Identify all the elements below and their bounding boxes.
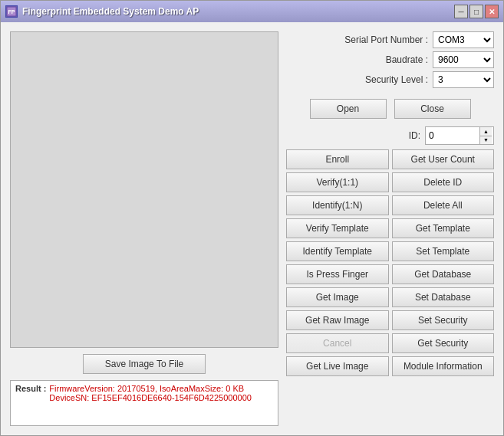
close-button[interactable]: Close [394, 99, 471, 119]
result-area: Result : FirmwareVersion: 20170519, IsoA… [10, 380, 278, 426]
identify-template-button[interactable]: Identify Template [286, 241, 389, 261]
module-information-button[interactable]: Module Information [392, 356, 495, 376]
main-window: FP Fingerprint Embedded System Demo AP ─… [0, 0, 504, 436]
identify-1toN-button[interactable]: Identify(1:N) [286, 195, 389, 215]
minimize-button[interactable]: ─ [454, 5, 468, 18]
serial-port-row: Serial Port Number : COM3 COM1 COM2 COM4… [286, 31, 494, 48]
window-controls: ─ □ ✕ [454, 5, 499, 18]
enroll-button[interactable]: Enroll [286, 149, 389, 169]
set-security-button[interactable]: Set Security [392, 310, 495, 330]
id-input[interactable] [426, 127, 479, 144]
verify-template-button[interactable]: Verify Template [286, 218, 389, 238]
id-label: ID: [409, 130, 420, 141]
result-line1: FirmwareVersion: 20170519, IsoAreaMaxSiz… [49, 384, 252, 393]
baudrate-row: Baudrate : 9600 19200 38400 57600 115200 [286, 51, 494, 68]
buttons-grid: Enroll Get User Count Verify(1:1) Delete… [286, 149, 494, 376]
get-database-button[interactable]: Get Database [392, 264, 495, 284]
app-icon: FP [5, 5, 18, 18]
left-panel: Save Image To File Result : FirmwareVers… [10, 31, 278, 426]
config-section: Serial Port Number : COM3 COM1 COM2 COM4… [286, 31, 494, 88]
window-title: Fingerprint Embedded System Demo AP [22, 6, 454, 17]
fingerprint-image-area [10, 31, 278, 348]
id-spin-up-button[interactable]: ▲ [480, 127, 492, 136]
result-label: Result : [15, 384, 46, 393]
baudrate-select[interactable]: 9600 19200 38400 57600 115200 [433, 51, 494, 68]
security-level-label: Security Level : [351, 74, 428, 85]
delete-id-button[interactable]: Delete ID [392, 172, 495, 192]
svg-text:FP: FP [8, 9, 15, 15]
get-image-button[interactable]: Get Image [286, 287, 389, 307]
id-row: ID: ▲ ▼ [286, 126, 494, 145]
serial-port-label: Serial Port Number : [344, 34, 428, 45]
open-close-row: Open Close [286, 99, 494, 119]
save-btn-area: Save Image To File [10, 354, 278, 374]
id-spin-down-button[interactable]: ▼ [480, 136, 492, 145]
get-template-button[interactable]: Get Template [392, 218, 495, 238]
title-bar: FP Fingerprint Embedded System Demo AP ─… [1, 1, 503, 22]
get-user-count-button[interactable]: Get User Count [392, 149, 495, 169]
get-raw-image-button[interactable]: Get Raw Image [286, 310, 389, 330]
open-button[interactable]: Open [310, 99, 387, 119]
result-content: FirmwareVersion: 20170519, IsoAreaMaxSiz… [49, 384, 252, 402]
verify-1to1-button[interactable]: Verify(1:1) [286, 172, 389, 192]
get-live-image-button[interactable]: Get Live Image [286, 356, 389, 376]
main-content: Save Image To File Result : FirmwareVers… [1, 22, 503, 435]
set-database-button[interactable]: Set Database [392, 287, 495, 307]
baudrate-label: Baudrate : [351, 54, 428, 65]
maximize-button[interactable]: □ [469, 5, 483, 18]
get-security-button[interactable]: Get Security [392, 333, 495, 353]
serial-port-select[interactable]: COM3 COM1 COM2 COM4 COM5 [433, 31, 494, 48]
security-level-select[interactable]: 1 2 3 4 5 [433, 71, 494, 88]
is-press-finger-button[interactable]: Is Press Finger [286, 264, 389, 284]
id-input-container: ▲ ▼ [425, 126, 494, 145]
result-row: Result : FirmwareVersion: 20170519, IsoA… [15, 384, 273, 402]
save-image-button[interactable]: Save Image To File [83, 354, 206, 374]
right-panel: Serial Port Number : COM3 COM1 COM2 COM4… [286, 31, 494, 426]
window-close-button[interactable]: ✕ [485, 5, 499, 18]
result-line2: DeviceSN: EF15EF4016DE6640-154F6D4225000… [49, 393, 252, 402]
cancel-button[interactable]: Cancel [286, 333, 389, 353]
set-template-button[interactable]: Set Template [392, 241, 495, 261]
delete-all-button[interactable]: Delete All [392, 195, 495, 215]
id-spinners: ▲ ▼ [479, 127, 492, 144]
security-level-row: Security Level : 1 2 3 4 5 [286, 71, 494, 88]
